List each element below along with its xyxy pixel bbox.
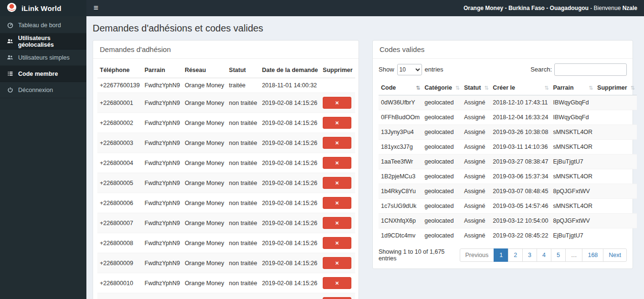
sidebar-item-utilisateurs-simples[interactable]: Utilisateurs simples bbox=[0, 50, 86, 66]
cell-parrain: FwdhzYphN9 bbox=[142, 233, 182, 253]
cell-statut: Assigné bbox=[462, 140, 490, 155]
column-header: Téléphone bbox=[97, 62, 142, 78]
cell-categorie: geolocated bbox=[422, 95, 462, 110]
column-header-sortable[interactable]: Supprimer⇅ bbox=[595, 81, 637, 95]
column-header-sortable[interactable]: Code⇅ bbox=[379, 81, 422, 95]
adhesions-table: TéléphoneParrainRéseauStatutDate de la d… bbox=[97, 62, 355, 299]
cell-supprimer bbox=[595, 184, 637, 199]
cell-cree-le: 2019-03-05 14:57:46 bbox=[490, 199, 550, 214]
page-button-5[interactable]: 5 bbox=[551, 248, 566, 262]
top-bar-main: ≡ Orange Money - Burkina Faso - Ouagadou… bbox=[86, 0, 644, 16]
page-button-168[interactable]: 168 bbox=[582, 248, 603, 262]
cell-date: 2019-02-08 14:15:26 bbox=[260, 213, 320, 233]
table-row: +226800006FwdhzYphN9Orange Moneynon trai… bbox=[97, 193, 355, 213]
cell-statut: Assigné bbox=[462, 125, 490, 140]
cell-reseau: Orange Money bbox=[182, 78, 227, 93]
column-header-sortable[interactable]: Statut⇅ bbox=[462, 81, 490, 95]
page-button-4[interactable]: 4 bbox=[537, 248, 551, 262]
cell-supprimer: × bbox=[320, 213, 355, 233]
main-content: Demandes d'adhésions et codes valides De… bbox=[86, 16, 644, 299]
cell-statut: Assigné bbox=[462, 228, 490, 243]
page-button-3[interactable]: 3 bbox=[522, 248, 537, 262]
page-button-2[interactable]: 2 bbox=[508, 248, 523, 262]
menu-toggle-icon[interactable]: ≡ bbox=[86, 0, 106, 16]
table-row: 1d9CDtc4mvgeolocatedAssigné2019-03-22 08… bbox=[379, 228, 637, 243]
cell-date: 2019-02-08 14:15:26 bbox=[260, 193, 320, 213]
cell-supprimer bbox=[595, 199, 637, 214]
cell-statut: traitée bbox=[227, 78, 260, 93]
cell-reseau: Orange Money bbox=[182, 133, 227, 153]
table-row: 1b4RkyC8YugeolocatedAssigné2019-03-07 08… bbox=[379, 184, 637, 199]
delete-button[interactable]: × bbox=[323, 97, 351, 109]
cell-telephone: +22677600139 bbox=[97, 78, 142, 93]
users-icon bbox=[6, 54, 14, 61]
cell-statut: non traitée bbox=[227, 113, 260, 133]
cell-statut: non traitée bbox=[227, 233, 260, 253]
delete-button[interactable]: × bbox=[323, 177, 351, 189]
cell-reseau: Orange Money bbox=[182, 93, 227, 113]
cell-date: 2019-02-08 14:15:26 bbox=[260, 153, 320, 173]
cell-date: 2019-02-08 14:15:26 bbox=[260, 113, 320, 133]
cell-categorie: geolocated bbox=[422, 140, 462, 155]
cell-supprimer: × bbox=[320, 253, 355, 273]
table-row: +226800003FwdhzYphN9Orange Moneynon trai… bbox=[97, 133, 355, 153]
delete-button[interactable]: × bbox=[323, 197, 351, 209]
delete-button[interactable]: × bbox=[323, 237, 351, 249]
cell-categorie: geolocated bbox=[422, 214, 462, 228]
delete-button[interactable]: × bbox=[323, 297, 351, 299]
search-input[interactable] bbox=[554, 63, 627, 76]
column-header-sortable[interactable]: Parrain⇅ bbox=[550, 81, 595, 95]
delete-button[interactable]: × bbox=[323, 137, 351, 149]
delete-button[interactable]: × bbox=[323, 217, 351, 229]
list-icon bbox=[6, 71, 14, 77]
page-button-Previous[interactable]: Previous bbox=[460, 248, 495, 262]
cell-telephone: +226800001 bbox=[97, 93, 142, 113]
page-title: Demandes d'adhésions et codes valides bbox=[93, 23, 634, 34]
sort-icon: ⇅ bbox=[416, 85, 420, 91]
delete-button[interactable]: × bbox=[323, 157, 351, 169]
column-header-sortable[interactable]: Créer le⇅ bbox=[490, 81, 550, 95]
cell-reseau: Orange Money bbox=[182, 113, 227, 133]
cell-code: 1aaTee3fWr bbox=[379, 155, 422, 169]
cell-parrain: FwdhzYphN9 bbox=[142, 78, 182, 93]
page-button-1[interactable]: 1 bbox=[494, 248, 508, 262]
table-info: Showing 1 to 10 of 1,675 entries bbox=[379, 248, 460, 262]
cell-cree-le: 2019-03-06 15:37:34 bbox=[490, 169, 550, 184]
cell-parrain: 8pQJGFxtWV bbox=[550, 214, 595, 228]
delete-button[interactable]: × bbox=[323, 257, 351, 269]
column-header-sortable[interactable]: Catégorie⇅ bbox=[422, 81, 462, 95]
cell-cree-le: 2019-03-26 10:38:08 bbox=[490, 125, 550, 140]
brand[interactable]: iLink World bbox=[0, 0, 86, 16]
logo-globe-icon bbox=[7, 2, 17, 14]
cell-code: 1c7sUG9dUk bbox=[379, 199, 422, 214]
cell-categorie: geolocated bbox=[422, 199, 462, 214]
cell-parrain: FwdhzYphN9 bbox=[142, 293, 182, 299]
cell-statut: non traitée bbox=[227, 253, 260, 273]
user-greeting: - Bienvenue bbox=[589, 5, 623, 11]
sidebar-item-code-membre[interactable]: Code membre bbox=[0, 66, 86, 82]
delete-button[interactable]: × bbox=[323, 277, 351, 289]
page-button-Next[interactable]: Next bbox=[603, 248, 627, 262]
sidebar-item-deconnexion[interactable]: Déconnexion bbox=[0, 82, 86, 98]
pagination: Previous12345…168Next bbox=[460, 248, 627, 262]
entries-select[interactable]: 10 bbox=[397, 64, 422, 75]
table-row: 1c7sUG9dUkgeolocatedAssigné2019-03-05 14… bbox=[379, 199, 637, 214]
cell-statut: non traitée bbox=[227, 173, 260, 193]
delete-button[interactable]: × bbox=[323, 117, 351, 129]
page-button-…[interactable]: … bbox=[565, 248, 583, 262]
cell-supprimer: × bbox=[320, 293, 355, 299]
dashboard-icon bbox=[6, 22, 14, 28]
cell-parrain: FwdhzYphN9 bbox=[142, 193, 182, 213]
cell-parrain: FwdhzYphN9 bbox=[142, 113, 182, 133]
table-row: 1CNXhfqX6pgeolocatedAssigné2019-03-12 10… bbox=[379, 214, 637, 228]
show-label: Show bbox=[379, 66, 394, 73]
cell-parrain: sMNSKTL4OR bbox=[550, 140, 595, 155]
sidebar-item-utilisateurs-geolocalises[interactable]: Utilisateurs géolocalisés bbox=[0, 33, 86, 50]
user-info: Orange Money - Burkina Faso - Ouagadougo… bbox=[464, 5, 644, 11]
cell-date: 2019-02-12 19:10:32 bbox=[260, 293, 320, 299]
sidebar-item-label: Utilisateurs géolocalisés bbox=[18, 35, 86, 48]
cell-supprimer: × bbox=[320, 233, 355, 253]
table-row: +22677600139FwdhzYphN9Orange Moneytraité… bbox=[97, 78, 355, 93]
table-row: +226800005FwdhzYphN9Orange Moneynon trai… bbox=[97, 173, 355, 193]
sidebar-item-tableau-de-bord[interactable]: Tableau de bord bbox=[0, 17, 86, 33]
